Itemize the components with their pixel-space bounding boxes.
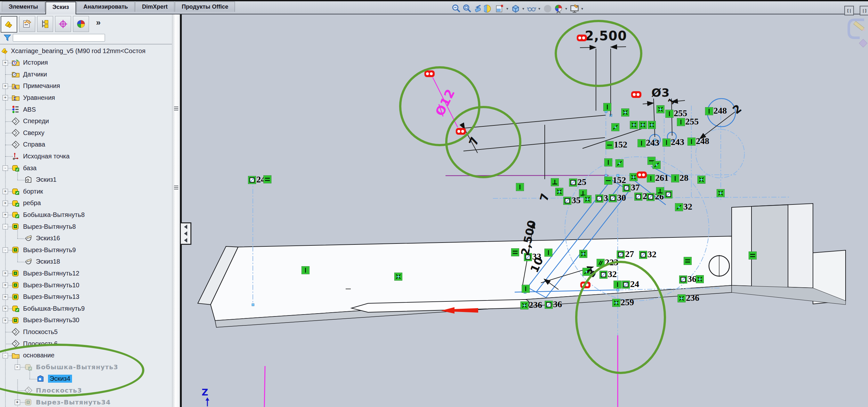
tree-item-бортик[interactable]: +бортик	[0, 186, 172, 197]
expand-icon[interactable]: +	[3, 84, 8, 89]
pane-collapse-left-button[interactable]: [|	[844, 6, 854, 15]
relation-vertical-badge[interactable]	[614, 281, 622, 289]
tree-item-Сверху[interactable]: Сверху	[0, 127, 172, 138]
panel-splitter[interactable]	[172, 14, 181, 407]
relation-tangent-badge[interactable]	[616, 159, 623, 167]
view-orientation-dropdown-caret[interactable]: ▾	[505, 3, 509, 14]
expand-icon[interactable]: +	[3, 95, 8, 100]
expand-icon[interactable]: +	[3, 212, 8, 218]
relation-coincident-badge[interactable]	[621, 108, 629, 117]
relation-vertical-badge[interactable]	[604, 158, 612, 166]
section-view-icon[interactable]	[484, 3, 494, 14]
tree-item-Вырез-Вытянуть10[interactable]: +Вырез-Вытянуть10	[0, 279, 172, 291]
tree-item-Эскиз1[interactable]: Эскиз1	[0, 174, 172, 186]
relation-parallel-badge[interactable]: 223	[597, 259, 604, 267]
relation-coincident-badge[interactable]	[656, 105, 664, 113]
tree-item-Датчики[interactable]: Датчики	[0, 68, 172, 80]
relation-on-edge-badge[interactable]: 29	[634, 193, 642, 200]
relation-vertical-badge[interactable]	[603, 103, 611, 111]
hide-show-items-dropdown-caret[interactable]: ▾	[537, 3, 541, 14]
relation-coincident-badge[interactable]: 236	[520, 302, 528, 309]
relation-on-edge-badge[interactable]: 26	[647, 193, 654, 201]
tree-item-Бобышка-Вытянуть8[interactable]: +Бобышка-Вытянуть8	[0, 209, 172, 220]
relation-vertical-badge[interactable]	[522, 285, 530, 293]
panel-collapse-tab[interactable]	[180, 222, 191, 245]
relation-on-edge-badge[interactable]: 32	[639, 251, 647, 259]
tree-item-Бобышка-Вытянуть3[interactable]: -Бобышка-Вытянуть3	[0, 361, 172, 373]
tree-item-История[interactable]: +История	[0, 57, 172, 68]
edit-appearance-dropdown-caret[interactable]: ▾	[564, 3, 568, 14]
propertymanager-tab[interactable]	[19, 16, 35, 32]
collapse-icon[interactable]: -	[3, 353, 8, 358]
relation-coincident-badge[interactable]: 259	[612, 299, 620, 307]
relation-horizontal-badge[interactable]: 152	[606, 141, 614, 149]
exit-sketch-corner-icon[interactable]	[846, 17, 868, 49]
tree-item-Плоскость3[interactable]: Плоскость3	[0, 385, 172, 396]
relation-tangent-badge[interactable]: 32	[675, 203, 683, 211]
dimension-2500[interactable]: 2,500	[585, 29, 627, 43]
tree-item-Плоскость6[interactable]: Плоскость6	[0, 338, 172, 349]
panel-overflow-chevron[interactable]: »	[96, 18, 100, 28]
tree-item-Вырез-Вытянуть30[interactable]: +Вырез-Вытянуть30	[0, 315, 172, 326]
relation-coincident-badge[interactable]	[579, 250, 587, 258]
apply-scene-icon[interactable]	[569, 3, 580, 14]
expand-icon[interactable]: +	[3, 200, 8, 206]
expand-icon[interactable]: +	[3, 271, 8, 276]
relation-on-edge-badge[interactable]: 31	[595, 194, 603, 202]
tab-эскиз[interactable]: Эскиз	[45, 2, 76, 14]
relation-on-edge-badge[interactable]: 36	[545, 301, 553, 309]
relation-vertical-badge[interactable]	[302, 266, 310, 274]
tree-item-ABS[interactable]: ABS	[0, 104, 172, 115]
expand-icon[interactable]: +	[3, 283, 8, 288]
relation-on-edge-badge[interactable]: 30	[609, 194, 617, 202]
relation-on-edge-badge[interactable]: 24	[248, 176, 256, 184]
tab-продукты-office[interactable]: Продукты Office	[175, 2, 235, 12]
relation-on-edge-badge[interactable]: 36	[679, 276, 687, 283]
tree-item-Эскиз18[interactable]: Эскиз18	[0, 256, 172, 268]
tree-item-Плоскость5[interactable]: Плоскость5	[0, 326, 172, 338]
view-orientation-icon[interactable]	[495, 3, 505, 14]
collapse-icon[interactable]: -	[3, 224, 8, 229]
shadows-icon[interactable]	[542, 3, 553, 14]
relation-vertical-badge[interactable]: 255	[665, 110, 673, 118]
apply-scene-dropdown-caret[interactable]: ▾	[580, 3, 584, 14]
collapse-icon[interactable]: -	[3, 165, 8, 171]
dangling-relation-icon[interactable]	[631, 91, 642, 98]
tree-item-Эскиз4[interactable]: Эскиз4	[0, 373, 172, 385]
relation-horizontal-badge[interactable]: 152	[604, 177, 612, 185]
tree-item-Вырез-Вытянуть9[interactable]: -Вырез-Вытянуть9	[0, 244, 172, 256]
edit-appearance-icon[interactable]	[553, 3, 564, 14]
previous-view-icon[interactable]	[473, 3, 483, 14]
relation-vertical-badge[interactable]	[545, 249, 552, 257]
collapse-icon[interactable]: -	[15, 365, 20, 370]
relation-equal-badge[interactable]	[684, 257, 692, 265]
display-style-icon[interactable]	[510, 3, 521, 14]
tree-item-Xcarriage_bearing_v5 (M90 rod 12mm<Состоя[interactable]: Xcarriage_bearing_v5 (M90 rod 12mm<Состо…	[0, 45, 172, 57]
tree-item-Вырез-Вытянуть34[interactable]: +Вырез-Вытянуть34	[0, 397, 172, 407]
displaymanager-tab[interactable]	[73, 16, 89, 32]
dimension-3[interactable]: Ø3	[651, 86, 670, 99]
hide-show-items-icon[interactable]	[527, 3, 537, 14]
relation-vertical-badge[interactable]: 255	[677, 118, 685, 126]
relation-vertical-badge[interactable]: 248	[687, 137, 695, 146]
tree-filter-input[interactable]	[13, 34, 105, 41]
tree-item-база[interactable]: -база	[0, 162, 172, 174]
tree-item-основание[interactable]: -основание	[0, 350, 172, 361]
dangling-relation-icon[interactable]	[577, 35, 587, 41]
tab-анализировать[interactable]: Анализировать	[77, 2, 135, 12]
relation-tangent-badge[interactable]	[653, 161, 660, 169]
expand-icon[interactable]: +	[15, 400, 20, 405]
relation-on-edge-badge[interactable]: 37	[622, 184, 630, 192]
relation-coincident-badge[interactable]: 236	[678, 294, 686, 302]
tree-item-ребра[interactable]: +ребра	[0, 197, 172, 209]
expand-icon[interactable]: +	[3, 60, 8, 66]
relation-coincident-badge[interactable]	[394, 273, 402, 281]
tree-item-Справа[interactable]: Справа	[0, 139, 172, 150]
dimxpertmanager-tab[interactable]	[55, 16, 71, 32]
collapse-icon[interactable]: -	[3, 247, 8, 253]
tree-item-Вырез-Вытянуть8[interactable]: -Вырез-Вытянуть8	[0, 221, 172, 232]
relation-coincident-badge[interactable]	[639, 121, 647, 129]
relation-coincident-badge[interactable]	[584, 195, 591, 203]
relation-coincident-badge[interactable]	[630, 121, 638, 129]
relation-coincident-badge[interactable]	[555, 188, 563, 196]
